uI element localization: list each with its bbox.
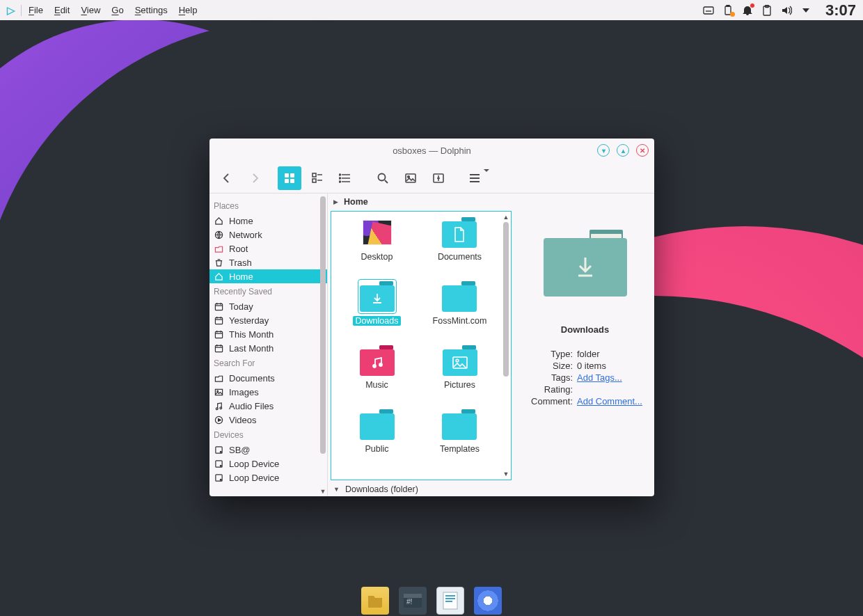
dock-files[interactable] xyxy=(361,587,389,615)
menu-go[interactable]: Go xyxy=(111,5,123,15)
sidebar-item-home[interactable]: Home xyxy=(209,214,327,228)
sidebar-item-trash[interactable]: Trash xyxy=(209,255,327,269)
dolphin-window: osboxes — Dolphin ▾ ▴ ✕ PlacesHomeNetwor… xyxy=(209,139,654,496)
sidebar-item-audio-files[interactable]: Audio Files xyxy=(209,399,327,413)
folder-pictures[interactable]: Pictures xyxy=(441,344,479,390)
sidebar-item-network[interactable]: Network xyxy=(209,228,327,242)
svg-rect-5 xyxy=(290,173,294,177)
sidebar-item-today[interactable]: Today xyxy=(209,299,327,313)
battery-icon[interactable] xyxy=(722,5,734,16)
folder-public[interactable]: Public xyxy=(358,408,396,454)
folder-fossmint-com[interactable]: FossMint.com xyxy=(430,280,490,326)
disk-icon xyxy=(214,445,223,455)
audio-icon xyxy=(214,402,223,411)
sidebar-item-last-month[interactable]: Last Month xyxy=(209,341,327,355)
folder-templates[interactable]: Templates xyxy=(437,408,482,454)
folder-label: Downloads xyxy=(353,316,402,326)
compact-view-button[interactable] xyxy=(306,166,329,190)
folder-scrollbar[interactable]: ▲▼ xyxy=(502,212,510,479)
forward-button[interactable] xyxy=(243,166,267,190)
menu-file[interactable]: File xyxy=(29,5,43,15)
svg-rect-4 xyxy=(285,173,289,177)
tray-expand-icon[interactable] xyxy=(800,5,811,16)
sidebar-item-images[interactable]: Images xyxy=(209,385,327,399)
add-tags-link[interactable]: Add Tags... xyxy=(577,372,647,383)
selected-path[interactable]: ▼ Downloads (folder) xyxy=(328,482,654,496)
clock[interactable]: 3:07 xyxy=(825,1,856,19)
folder-downloads[interactable]: Downloads xyxy=(353,280,402,326)
preview-button[interactable] xyxy=(399,166,422,190)
sidebar-item-loop-device[interactable]: Loop Device xyxy=(209,471,327,484)
folder-documents[interactable]: Documents xyxy=(435,216,484,262)
sidebar-item-sb-[interactable]: SB@ xyxy=(209,443,327,457)
titlebar[interactable]: osboxes — Dolphin ▾ ▴ ✕ xyxy=(209,139,654,163)
sidebar-item-loop-device[interactable]: Loop Device xyxy=(209,457,327,471)
dock-document[interactable] xyxy=(436,587,464,615)
sidebar-item-videos[interactable]: Videos xyxy=(209,413,327,427)
folder-icon xyxy=(441,344,479,377)
sidebar-section-header: Places xyxy=(209,198,327,214)
control-menu-button[interactable] xyxy=(464,166,493,190)
breadcrumb[interactable]: ▶ Home xyxy=(328,195,654,209)
search-button[interactable] xyxy=(371,166,395,190)
sidebar-section-header: Devices xyxy=(209,427,327,443)
keyboard-icon[interactable] xyxy=(703,5,714,16)
svg-point-30 xyxy=(220,465,221,466)
svg-point-33 xyxy=(373,365,376,368)
svg-rect-43 xyxy=(445,601,452,602)
clipboard-icon[interactable] xyxy=(761,5,773,16)
menu-help[interactable]: Help xyxy=(179,5,198,15)
svg-rect-41 xyxy=(445,595,455,597)
folder-label: Music xyxy=(363,380,391,390)
notifications-icon[interactable] xyxy=(742,5,753,16)
trash-icon xyxy=(214,258,223,267)
folder-icon xyxy=(441,408,478,441)
svg-rect-42 xyxy=(445,598,455,599)
svg-point-32 xyxy=(220,479,221,480)
back-button[interactable] xyxy=(215,166,239,190)
toolbar xyxy=(209,163,654,194)
global-menu: File Edit View Go Settings Help xyxy=(29,5,197,15)
sidebar-item-this-month[interactable]: This Month xyxy=(209,327,327,341)
home-icon xyxy=(214,272,223,281)
menu-view[interactable]: View xyxy=(81,5,100,15)
dock-terminal[interactable]: #! xyxy=(399,587,427,615)
folder-view[interactable]: DesktopDocumentsDownloadsFossMint.comMus… xyxy=(331,211,512,480)
sidebar-item-home[interactable]: Home xyxy=(209,269,327,283)
app-launcher-icon[interactable]: ▷ xyxy=(7,4,15,17)
image-icon xyxy=(214,388,223,397)
add-comment-link[interactable]: Add Comment... xyxy=(577,396,647,406)
breadcrumb-home[interactable]: Home xyxy=(344,197,368,207)
folder-desktop[interactable]: Desktop xyxy=(358,216,396,262)
close-button[interactable]: ✕ xyxy=(636,144,649,157)
sidebar-item-root[interactable]: Root xyxy=(209,242,327,255)
path-expand-icon[interactable]: ▼ xyxy=(333,486,340,493)
folder-icon xyxy=(441,280,478,313)
svg-rect-18 xyxy=(215,303,222,310)
folder-label: Documents xyxy=(435,252,484,262)
svg-rect-0 xyxy=(704,7,713,14)
svg-point-11 xyxy=(340,177,341,179)
maximize-button[interactable]: ▴ xyxy=(617,144,629,157)
svg-rect-6 xyxy=(285,179,289,183)
minimize-button[interactable]: ▾ xyxy=(597,144,610,157)
dock-browser[interactable] xyxy=(474,587,502,615)
details-rating[interactable] xyxy=(577,384,647,395)
folder-music[interactable]: Music xyxy=(358,344,396,390)
menu-edit[interactable]: Edit xyxy=(54,5,70,15)
details-view-button[interactable] xyxy=(333,166,357,190)
split-button[interactable] xyxy=(427,166,450,190)
dock: #! xyxy=(356,583,507,616)
disk-icon xyxy=(214,473,223,482)
system-tray: 3:07 xyxy=(703,1,856,19)
sidebar-item-documents[interactable]: Documents xyxy=(209,371,327,385)
icons-view-button[interactable] xyxy=(278,166,301,190)
svg-rect-8 xyxy=(312,173,316,177)
volume-icon[interactable] xyxy=(781,5,792,16)
details-type: folder xyxy=(577,349,647,359)
sidebar-scrollbar[interactable]: ▼ xyxy=(319,194,327,496)
menu-settings[interactable]: Settings xyxy=(135,5,168,15)
sidebar-item-yesterday[interactable]: Yesterday xyxy=(209,313,327,327)
breadcrumb-expand-icon[interactable]: ▶ xyxy=(333,198,338,205)
downloads-preview-icon xyxy=(544,230,627,297)
